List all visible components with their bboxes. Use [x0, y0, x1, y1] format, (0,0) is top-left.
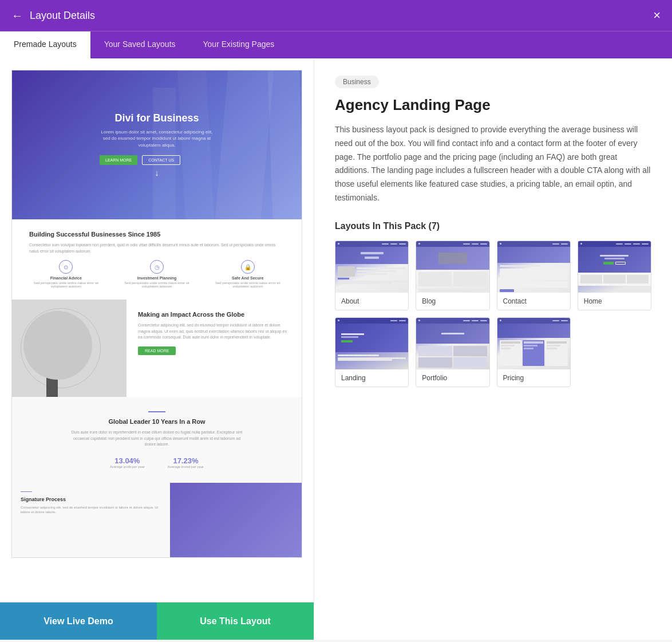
hero-bar2	[365, 257, 379, 259]
preview-section-5: Signature Process Consectetur adipiscing…	[12, 483, 302, 557]
nav-dot	[500, 320, 501, 321]
about-thumb-content	[335, 264, 408, 286]
hero-bar	[361, 252, 384, 254]
section2-title: Building Successful Businesses Since 198…	[29, 231, 284, 238]
icon-item-financial: ⊙ Financial Advice Sed perspiciatis unde…	[29, 260, 103, 288]
stats-row: 13.04% Average profit per year 17.23% Av…	[29, 456, 284, 468]
content-line	[500, 265, 541, 267]
nav-item	[399, 320, 406, 321]
nav-item	[624, 243, 631, 245]
section5-text: Consectetur adipiscing elit, sed do eius…	[21, 505, 161, 515]
tab-saved-layouts[interactable]: Your Saved Layouts	[90, 31, 189, 58]
nav-links	[503, 243, 568, 245]
stat-invest: 17.23% Average invest per year	[168, 456, 204, 468]
home-label: Home	[578, 293, 651, 310]
nav-item	[642, 243, 649, 245]
secure-desc: Sed perspiciatis unde omnis natus error …	[211, 281, 284, 288]
divider-line	[148, 411, 165, 412]
layout-thumb-pricing[interactable]: Pricing	[497, 317, 571, 387]
nav-links	[503, 320, 568, 321]
icon-item-investment: ◷ Investment Planning Sed perspiciatis u…	[120, 260, 194, 288]
nav-item	[633, 243, 640, 245]
contact-label: Contact	[497, 293, 570, 310]
section4-text: Duis aute irure dolor in reprehenderit i…	[71, 430, 243, 448]
home-thumb-image	[578, 241, 651, 293]
nav-item	[480, 243, 487, 245]
financial-desc: Sed perspiciatis unde omnis natus error …	[29, 281, 103, 288]
preview-icons-row: ⊙ Financial Advice Sed perspiciatis unde…	[29, 260, 284, 288]
layout-thumb-about[interactable]: About	[335, 241, 409, 310]
portfolio-thumb-nav	[416, 318, 489, 324]
contact-thumb-image	[497, 241, 570, 293]
section3-title: Making an Impact Across the Globe	[138, 311, 290, 318]
pricing-thumb-nav	[497, 318, 570, 324]
contact-us-button[interactable]: CONTACT US	[142, 155, 180, 165]
tab-premade-layouts[interactable]: Premade Layouts	[0, 31, 90, 58]
back-arrow-icon[interactable]: ←	[11, 9, 23, 22]
preview-hero: Divi for Business Lorem ipsum dolor sit …	[12, 70, 302, 219]
close-button[interactable]: ×	[653, 9, 661, 22]
read-more-button[interactable]: READ MORE	[138, 346, 176, 355]
tabs-bar: Premade Layouts Your Saved Layouts Your …	[0, 31, 672, 58]
pricing-cards	[497, 338, 570, 368]
preview-hero-subtitle: Lorem ipsum dolor sit amet, consectetur …	[100, 129, 214, 148]
view-live-demo-button[interactable]: View Live Demo	[0, 602, 157, 640]
content-line	[357, 273, 386, 275]
investment-desc: Sed perspiciatis unde omnis natus error …	[120, 281, 194, 288]
preview-section-3: Making an Impact Across the Globe Consec…	[12, 300, 302, 397]
pricing-thumb-image	[497, 318, 570, 369]
nav-dot	[418, 320, 420, 321]
layout-description: This business layout pack is designed to…	[335, 123, 651, 205]
nav-item	[463, 320, 470, 321]
content-line	[357, 270, 396, 272]
layout-thumb-contact[interactable]: Contact	[497, 241, 571, 310]
secure-icon: 🔒	[241, 260, 255, 274]
nav-item	[552, 320, 559, 321]
layout-thumb-landing[interactable]: Landing	[335, 317, 409, 387]
home-thumb-nav	[578, 241, 651, 247]
blog-lines	[416, 289, 489, 292]
header: ← Layout Details ×	[0, 0, 672, 31]
scroll-arrow-icon: ↓	[155, 168, 159, 178]
layout-title: Agency Landing Page	[335, 96, 651, 114]
contact-content	[497, 263, 570, 293]
nav-links	[341, 320, 406, 321]
section5-title: Signature Process	[21, 497, 161, 502]
preview-container: Divi for Business Lorem ipsum dolor sit …	[0, 58, 314, 602]
nav-links	[421, 320, 487, 321]
blog-cards	[416, 270, 489, 289]
investment-label: Investment Planning	[120, 276, 194, 280]
learn-more-button[interactable]: LEARN MORE	[100, 155, 137, 165]
preview-scroll[interactable]: Divi for Business Lorem ipsum dolor sit …	[0, 58, 314, 602]
bottom-buttons: View Live Demo Use This Layout	[0, 602, 314, 640]
landing-content	[335, 352, 408, 363]
nav-item	[390, 243, 397, 245]
preview-hero-title: Divi for Business	[100, 112, 214, 124]
pack-label: Layouts In This Pack (7)	[335, 221, 651, 231]
left-panel: Divi for Business Lorem ipsum dolor sit …	[0, 58, 314, 640]
layout-thumb-portfolio[interactable]: Portfolio	[416, 317, 489, 387]
nav-links	[341, 243, 406, 245]
content-line	[338, 359, 392, 361]
financial-label: Financial Advice	[29, 276, 103, 280]
nav-dot	[418, 243, 420, 245]
layout-thumb-home[interactable]: Home	[578, 241, 651, 310]
main-content: Divi for Business Lorem ipsum dolor sit …	[0, 58, 672, 640]
stat1-label: Average profit per year	[110, 465, 145, 468]
landing-label: Landing	[335, 369, 408, 387]
portfolio-grid	[416, 344, 489, 369]
pricing-hero-mini	[497, 324, 570, 338]
nav-item	[463, 243, 470, 245]
home-hero-mini	[578, 247, 651, 273]
use-this-layout-button[interactable]: Use This Layout	[157, 602, 314, 640]
category-badge: Business	[335, 76, 651, 96]
tab-existing-pages[interactable]: Your Existing Pages	[189, 31, 288, 58]
nav-item	[399, 243, 406, 245]
blog-label: Blog	[416, 293, 489, 310]
landing-hero-mini	[335, 324, 408, 352]
preview-section-4: Global Leader 10 Years In a Row Duis aut…	[12, 397, 302, 483]
nav-dot	[580, 243, 582, 245]
nav-item	[480, 320, 487, 321]
secure-label: Safe And Secure	[211, 276, 284, 280]
layout-thumb-blog[interactable]: Blog	[416, 241, 489, 310]
